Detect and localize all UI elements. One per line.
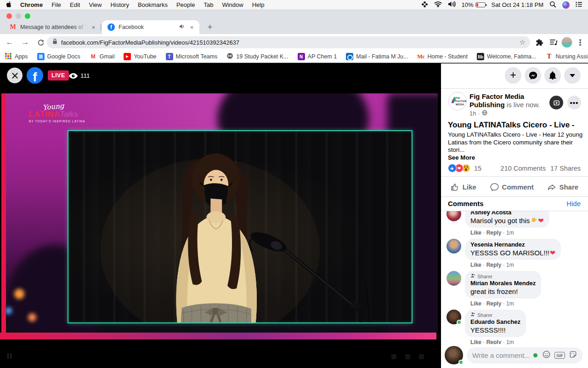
commenter-name[interactable]: Mirian Morales Mendez: [470, 280, 536, 287]
menu-item-bookmarks[interactable]: Bookmarks: [138, 1, 168, 8]
bookmark-microsoft-teams[interactable]: T Microsoft Teams: [166, 53, 218, 60]
fan-status-icon[interactable]: [421, 1, 428, 9]
self-avatar[interactable]: [445, 346, 463, 364]
menu-item-file[interactable]: File: [51, 1, 61, 8]
comment-input[interactable]: Write a comment... GIF: [467, 347, 582, 363]
bookmark-study-packet[interactable]: 19 Study Packet K...: [226, 52, 288, 61]
comment-time[interactable]: 1m: [506, 262, 514, 268]
commenter-avatar[interactable]: [447, 271, 461, 286]
menu-item-window[interactable]: Window: [222, 1, 243, 8]
comment-reply-link[interactable]: Reply: [486, 300, 502, 307]
comment-like-link[interactable]: Like: [470, 339, 481, 344]
like-button[interactable]: Like: [451, 183, 476, 191]
menu-item-tab[interactable]: Tab: [204, 1, 213, 8]
player-control-icon[interactable]: [391, 354, 396, 359]
create-button[interactable]: +: [505, 67, 521, 84]
volume-icon[interactable]: [448, 1, 456, 9]
comment-time[interactable]: 1m: [506, 339, 514, 344]
share-button[interactable]: Share: [547, 183, 578, 191]
facebook-logo[interactable]: f: [27, 67, 43, 84]
bookmark-gmail[interactable]: M Gmail: [90, 53, 115, 60]
comment-time[interactable]: 1m: [506, 230, 514, 236]
reaction-count[interactable]: 15: [474, 165, 481, 172]
emoji-icon[interactable]: [543, 351, 550, 360]
account-menu-button[interactable]: [564, 67, 581, 84]
bookmark-ap-chem[interactable]: N AP Chem 1: [298, 53, 337, 60]
window-close-button[interactable]: [6, 13, 12, 19]
menu-bar-clock[interactable]: Sat Oct 24 1:18 PM: [492, 1, 543, 8]
page-name[interactable]: Fig Factor Media Publishing is live now.: [469, 92, 546, 109]
comment-like-link[interactable]: Like: [470, 262, 481, 268]
post-time[interactable]: 1h: [469, 110, 476, 117]
address-bar[interactable]: facebook.com/FigFactorMediaPublishing/vi…: [47, 36, 530, 48]
comment-button[interactable]: Comment: [490, 183, 534, 191]
shares-count[interactable]: 17 Shares: [550, 165, 581, 172]
bookmark-apps[interactable]: Apps: [5, 53, 28, 60]
bookmark-mcgraw-home[interactable]: Mc Home - Student: [418, 53, 468, 60]
notification-center-icon[interactable]: [576, 1, 582, 9]
bookmark-outlook-mail[interactable]: Mail - Fatima M Ju...: [346, 53, 408, 60]
sticker-icon[interactable]: [569, 351, 577, 360]
menu-item-help[interactable]: Help: [252, 1, 265, 8]
like-reaction-icon[interactable]: [448, 164, 457, 172]
comment-like-link[interactable]: Like: [470, 300, 481, 307]
bookmark-nursing-assistant[interactable]: T Nursing Assistant...: [545, 53, 588, 60]
tab-close-icon[interactable]: ×: [90, 23, 97, 31]
window-zoom-button[interactable]: [25, 13, 30, 19]
menu-item-view[interactable]: View: [89, 1, 102, 8]
player-control-icon[interactable]: [405, 354, 410, 359]
post-options-button[interactable]: •••: [567, 96, 581, 109]
commenter-name[interactable]: Eduardo Sanchez: [470, 318, 520, 326]
forward-button[interactable]: →: [19, 36, 31, 48]
save-video-button[interactable]: [549, 96, 563, 109]
close-video-button[interactable]: [7, 68, 23, 83]
tab-facebook[interactable]: f Facebook ×: [102, 20, 199, 34]
menu-item-chrome[interactable]: Chrome: [20, 1, 43, 8]
tab-close-icon[interactable]: ×: [188, 23, 196, 31]
notifications-button[interactable]: [544, 67, 561, 84]
commenter-avatar[interactable]: [447, 310, 461, 324]
page-avatar[interactable]: FIGFACTORMEDIA: [448, 92, 467, 110]
siri-icon[interactable]: [562, 1, 570, 9]
menu-item-history[interactable]: History: [110, 1, 129, 8]
see-more-link[interactable]: See More: [448, 154, 475, 161]
comment-reply-link[interactable]: Reply: [486, 262, 502, 268]
profile-avatar[interactable]: [561, 37, 572, 48]
bookmark-youtube[interactable]: YouTube: [124, 53, 156, 60]
pause-icon[interactable]: [7, 353, 11, 359]
menu-item-edit[interactable]: Edit: [70, 1, 80, 8]
live-video-player[interactable]: f LIVE 111 Young LATINATalks BY TODAY'S …: [0, 63, 441, 368]
extensions-puzzle-icon[interactable]: [536, 39, 543, 46]
bookmark-star-icon[interactable]: ☆: [520, 38, 526, 46]
commenter-name[interactable]: Ashley Acosta: [470, 211, 544, 216]
commenter-name[interactable]: Yesenia Hernandez: [470, 241, 555, 248]
comment-reply-link[interactable]: Reply: [486, 339, 502, 344]
comments-count[interactable]: 210 Comments: [501, 165, 546, 172]
hide-comments-link[interactable]: Hide: [566, 200, 581, 207]
tab-gmail-message[interactable]: M Message to attendees of Youn ×: [5, 20, 100, 34]
fullscreen-icon[interactable]: [419, 354, 424, 359]
video-frame[interactable]: Young LATINATalks BY TODAY'S INSPIRED LA…: [1, 93, 438, 333]
battery-indicator[interactable]: 10%: [462, 1, 486, 8]
commenter-avatar[interactable]: [447, 211, 461, 221]
bookmark-google-docs[interactable]: Google Docs: [37, 53, 80, 60]
wifi-icon[interactable]: [434, 1, 442, 9]
gif-icon[interactable]: GIF: [554, 352, 565, 359]
new-tab-button[interactable]: +: [204, 21, 216, 33]
commenter-avatar[interactable]: [447, 239, 461, 253]
messenger-button[interactable]: [525, 67, 541, 84]
reload-button[interactable]: [35, 36, 47, 48]
window-minimize-button[interactable]: [16, 13, 21, 19]
comments-list[interactable]: Ashley Acosta Marisol you got this❤ Like…: [441, 211, 588, 344]
back-button[interactable]: ←: [4, 36, 16, 48]
comment-reply-link[interactable]: Reply: [486, 230, 502, 236]
spotlight-search-icon[interactable]: [549, 1, 556, 9]
browser-menu-icon[interactable]: •••: [577, 39, 584, 46]
comment-time[interactable]: 1m: [506, 300, 514, 307]
tab-audio-icon[interactable]: [179, 24, 185, 30]
media-controls-icon[interactable]: [549, 39, 558, 46]
comment-like-link[interactable]: Like: [470, 230, 481, 236]
apple-menu-icon[interactable]: [6, 1, 11, 9]
bookmark-blackboard[interactable]: Bb Welcome, Fatima...: [477, 53, 536, 60]
menu-item-people[interactable]: People: [176, 1, 195, 8]
